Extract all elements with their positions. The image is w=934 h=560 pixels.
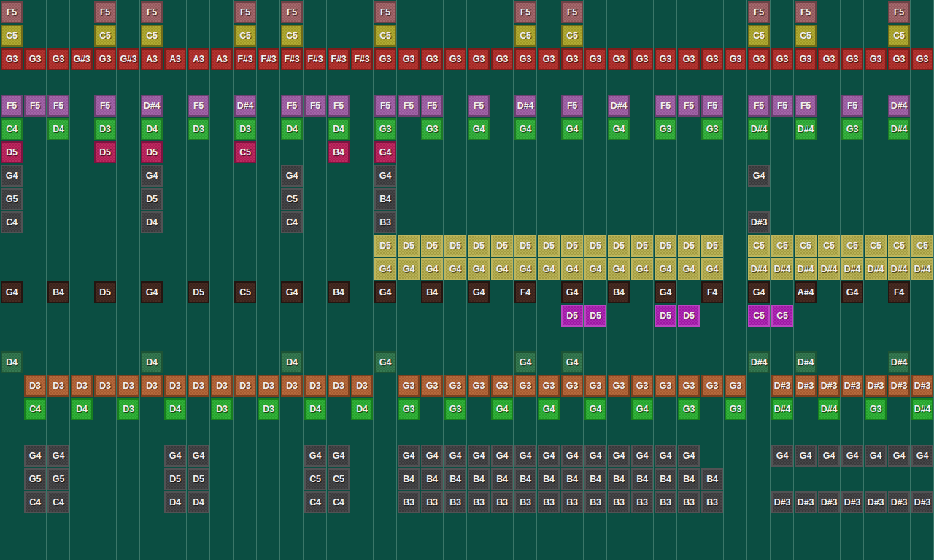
note-block[interactable]: D#4 bbox=[888, 351, 910, 373]
note-block[interactable]: F5 bbox=[47, 95, 69, 117]
note-block[interactable]: G#3 bbox=[71, 48, 93, 70]
note-block[interactable]: D5 bbox=[468, 235, 490, 257]
note-block[interactable]: G3 bbox=[514, 375, 536, 397]
note-block[interactable]: D3 bbox=[258, 375, 279, 397]
note-block[interactable]: B4 bbox=[631, 468, 653, 490]
note-block[interactable]: D5 bbox=[631, 235, 653, 257]
note-block[interactable]: B3 bbox=[701, 491, 723, 513]
note-block[interactable]: C5 bbox=[234, 25, 256, 47]
note-block[interactable]: G4 bbox=[608, 258, 630, 280]
note-block[interactable]: G4 bbox=[865, 445, 887, 467]
note-block[interactable]: G3 bbox=[725, 375, 746, 397]
note-block[interactable]: C5 bbox=[795, 235, 817, 257]
note-block[interactable]: D5 bbox=[398, 235, 420, 257]
note-block[interactable]: G4 bbox=[374, 165, 396, 187]
note-block[interactable]: G4 bbox=[818, 445, 840, 467]
note-block[interactable]: G3 bbox=[421, 118, 443, 140]
note-block[interactable]: G3 bbox=[398, 398, 420, 420]
note-block[interactable]: F5 bbox=[841, 95, 863, 117]
note-block[interactable]: D4 bbox=[47, 118, 69, 140]
note-block[interactable]: G4 bbox=[561, 118, 583, 140]
note-block[interactable]: G4 bbox=[491, 258, 513, 280]
note-block[interactable]: G3 bbox=[888, 48, 910, 70]
note-block[interactable]: D4 bbox=[1, 351, 23, 373]
note-block[interactable]: G4 bbox=[421, 258, 443, 280]
note-block[interactable]: B4 bbox=[421, 281, 443, 303]
note-block[interactable]: G4 bbox=[888, 445, 910, 467]
note-block[interactable]: D#3 bbox=[865, 375, 887, 397]
note-block[interactable]: G3 bbox=[771, 48, 793, 70]
note-block[interactable]: F5 bbox=[795, 1, 817, 23]
note-block[interactable]: F5 bbox=[374, 1, 396, 23]
note-block[interactable]: G3 bbox=[374, 118, 396, 140]
note-block[interactable]: G3 bbox=[398, 375, 420, 397]
note-block[interactable]: D#4 bbox=[234, 95, 256, 117]
note-block[interactable]: B4 bbox=[444, 468, 466, 490]
note-block[interactable]: D3 bbox=[304, 375, 326, 397]
note-block[interactable]: G4 bbox=[561, 258, 583, 280]
note-block[interactable]: G3 bbox=[468, 375, 490, 397]
note-block[interactable]: D#4 bbox=[818, 398, 840, 420]
note-block[interactable]: D#4 bbox=[911, 398, 933, 420]
note-block[interactable]: D#3 bbox=[911, 491, 933, 513]
note-block[interactable]: D5 bbox=[584, 305, 606, 327]
note-block[interactable]: G3 bbox=[538, 48, 560, 70]
note-block[interactable]: C5 bbox=[771, 305, 793, 327]
note-block[interactable]: G3 bbox=[398, 48, 420, 70]
note-block[interactable]: B4 bbox=[47, 281, 69, 303]
note-block[interactable]: B4 bbox=[608, 281, 630, 303]
note-block[interactable]: B3 bbox=[421, 491, 443, 513]
note-block[interactable]: D4 bbox=[188, 491, 209, 513]
note-block[interactable]: A3 bbox=[164, 48, 186, 70]
note-block[interactable]: F5 bbox=[1, 95, 23, 117]
note-block[interactable]: C5 bbox=[328, 468, 350, 490]
note-block[interactable]: D5 bbox=[141, 141, 163, 163]
note-block[interactable]: B4 bbox=[514, 468, 536, 490]
note-block[interactable]: D#4 bbox=[888, 95, 910, 117]
note-block[interactable]: G4 bbox=[584, 398, 606, 420]
note-block[interactable]: G3 bbox=[748, 48, 770, 70]
note-block[interactable]: D4 bbox=[328, 118, 350, 140]
note-block[interactable]: G3 bbox=[421, 48, 443, 70]
note-block[interactable]: D5 bbox=[514, 235, 536, 257]
note-block[interactable]: D#4 bbox=[888, 258, 910, 280]
note-block[interactable]: G3 bbox=[514, 48, 536, 70]
note-block[interactable]: D3 bbox=[188, 118, 209, 140]
note-block[interactable]: F5 bbox=[188, 95, 209, 117]
note-block[interactable]: G3 bbox=[608, 48, 630, 70]
note-block[interactable]: D#4 bbox=[748, 118, 770, 140]
note-block[interactable]: D#3 bbox=[841, 491, 863, 513]
note-block[interactable]: G3 bbox=[491, 375, 513, 397]
note-block[interactable]: C5 bbox=[865, 235, 887, 257]
note-block[interactable]: G3 bbox=[538, 375, 560, 397]
note-block[interactable]: B4 bbox=[608, 468, 630, 490]
note-block[interactable]: G3 bbox=[1, 48, 23, 70]
note-block[interactable]: G4 bbox=[514, 118, 536, 140]
note-block[interactable]: C5 bbox=[561, 25, 583, 47]
note-block[interactable]: C5 bbox=[748, 235, 770, 257]
note-block[interactable]: G5 bbox=[47, 468, 69, 490]
note-block[interactable]: D5 bbox=[374, 235, 396, 257]
note-block[interactable]: D5 bbox=[655, 235, 676, 257]
note-block[interactable]: F5 bbox=[374, 95, 396, 117]
note-block[interactable]: D5 bbox=[164, 468, 186, 490]
note-block[interactable]: F5 bbox=[421, 95, 443, 117]
note-block[interactable]: G4 bbox=[514, 445, 536, 467]
note-block[interactable]: G3 bbox=[678, 375, 700, 397]
note-block[interactable]: D3 bbox=[117, 398, 139, 420]
note-block[interactable]: C5 bbox=[141, 25, 163, 47]
note-block[interactable]: F5 bbox=[678, 95, 700, 117]
note-block[interactable]: F5 bbox=[748, 95, 770, 117]
note-block[interactable]: G4 bbox=[748, 165, 770, 187]
note-block[interactable]: B4 bbox=[328, 141, 350, 163]
note-block[interactable]: D3 bbox=[47, 375, 69, 397]
note-block[interactable]: D#4 bbox=[141, 95, 163, 117]
note-block[interactable]: G4 bbox=[281, 165, 303, 187]
note-block[interactable]: D3 bbox=[71, 375, 93, 397]
note-block[interactable]: C4 bbox=[47, 491, 69, 513]
note-block[interactable]: G4 bbox=[444, 258, 466, 280]
note-block[interactable]: D3 bbox=[188, 375, 209, 397]
note-block[interactable]: D5 bbox=[561, 235, 583, 257]
note-block[interactable]: F#3 bbox=[234, 48, 256, 70]
note-block[interactable]: D#3 bbox=[818, 375, 840, 397]
